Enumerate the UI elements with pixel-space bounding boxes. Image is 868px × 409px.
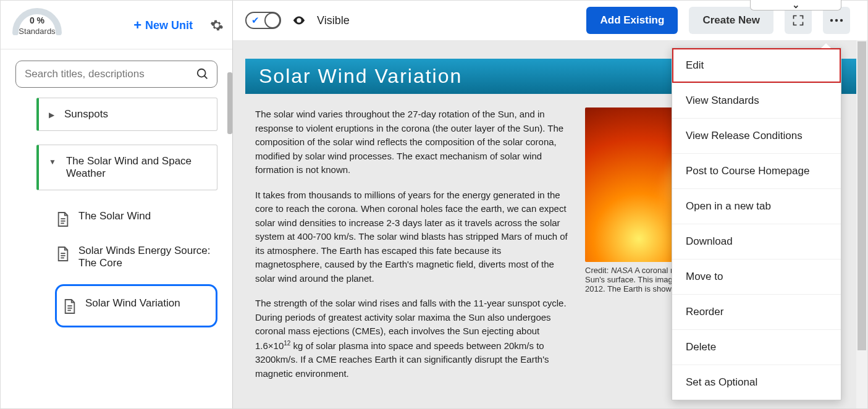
sidebar-scrollbar[interactable]: [226, 53, 232, 408]
menu-item-delete[interactable]: Delete: [672, 329, 841, 365]
gauge-label: Standards: [9, 27, 65, 36]
unit-sunspots[interactable]: ▶ Sunspots: [36, 98, 217, 131]
menu-item-post-homepage[interactable]: Post to Course Homepage: [672, 153, 841, 188]
page-solar-wind-variation[interactable]: Solar Wind Variation: [55, 284, 217, 327]
caret-right-icon: ▶: [49, 111, 54, 119]
main-panel: ⌄ ✔ Visible Add Existing Create New Sola…: [233, 1, 867, 408]
svg-line-1: [204, 76, 208, 79]
page-energy-source-core[interactable]: Solar Winds Energy Source: The Core: [55, 238, 217, 280]
add-existing-button[interactable]: Add Existing: [586, 7, 678, 34]
document-icon: [63, 298, 77, 314]
visibility-label: Visible: [317, 14, 350, 27]
menu-item-open-new-tab[interactable]: Open in a new tab: [672, 188, 841, 224]
caret-down-icon: ▼: [49, 158, 56, 166]
svg-point-12: [835, 19, 838, 22]
plus-icon: +: [133, 17, 141, 33]
new-unit-button[interactable]: + New Unit: [133, 17, 193, 33]
new-unit-label: New Unit: [145, 19, 193, 32]
page-label: Solar Wind Variation: [85, 297, 180, 310]
search-icon: [196, 67, 209, 81]
document-icon: [56, 211, 70, 227]
svg-point-0: [198, 69, 206, 77]
unit-label: Sunspots: [64, 108, 108, 120]
context-menu: Edit View Standards View Release Conditi…: [672, 48, 841, 400]
page-the-solar-wind[interactable]: The Solar Wind: [55, 204, 217, 238]
check-icon: ✔: [251, 15, 259, 26]
sidebar: 0 % Standards + New Unit ▶ Sunspots ▼ Th…: [1, 1, 233, 408]
visibility-toggle[interactable]: ✔: [245, 12, 281, 29]
menu-item-download[interactable]: Download: [672, 224, 841, 259]
page-label: Solar Winds Energy Source: The Core: [78, 245, 214, 269]
document-body: The solar wind varies throughout the 27-…: [255, 108, 570, 392]
paragraph: The strength of the solar wind rises and…: [255, 297, 570, 381]
fullscreen-button[interactable]: [785, 7, 812, 34]
unit-label: The Solar Wind and Space Weather: [66, 155, 207, 180]
unit-solar-wind-weather[interactable]: ▼ The Solar Wind and Space Weather: [36, 145, 217, 190]
standards-gauge: 0 % Standards: [9, 8, 65, 43]
document-icon: [56, 246, 70, 262]
menu-item-view-standards[interactable]: View Standards: [672, 83, 841, 118]
ellipsis-icon: [830, 19, 843, 22]
search-input[interactable]: [15, 61, 217, 88]
page-label: The Solar Wind: [78, 210, 151, 222]
create-new-button[interactable]: Create New: [689, 7, 773, 34]
expand-icon: [792, 14, 804, 27]
menu-item-set-optional[interactable]: Set as Optional: [672, 365, 841, 400]
paragraph: It takes from thousands to millions of y…: [255, 188, 570, 286]
more-actions-button[interactable]: [823, 7, 850, 34]
eye-icon: [292, 14, 306, 27]
svg-point-13: [840, 19, 843, 22]
svg-point-11: [830, 19, 833, 22]
content-scrollbar[interactable]: [856, 40, 867, 408]
search-field[interactable]: [23, 67, 191, 81]
menu-item-edit[interactable]: Edit: [672, 48, 841, 83]
paragraph: The solar wind varies throughout the 27-…: [255, 108, 570, 177]
gear-icon[interactable]: [210, 19, 224, 32]
collapse-toolbar-button[interactable]: ⌄: [750, 0, 841, 11]
gauge-percent: 0 %: [9, 15, 65, 25]
menu-item-reorder[interactable]: Reorder: [672, 294, 841, 329]
menu-item-view-release-conditions[interactable]: View Release Conditions: [672, 118, 841, 153]
menu-item-move-to[interactable]: Move to: [672, 259, 841, 294]
chevron-down-icon: ⌄: [792, 0, 800, 11]
